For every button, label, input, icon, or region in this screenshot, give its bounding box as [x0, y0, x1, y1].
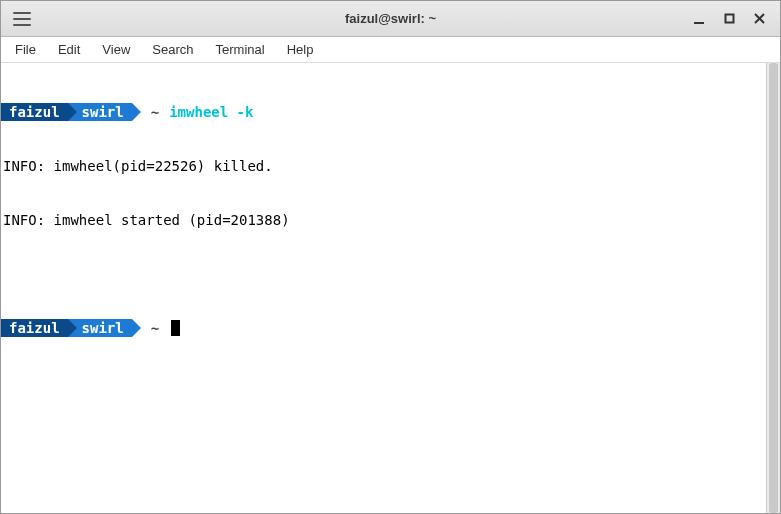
prompt-path: ~: [141, 319, 169, 337]
chevron-right-icon: [132, 103, 141, 121]
terminal-output-line: INFO: imwheel(pid=22526) killed.: [1, 157, 766, 175]
minimize-button[interactable]: [692, 12, 706, 26]
terminal[interactable]: faizul swirl ~ imwheel -k INFO: imwheel(…: [1, 63, 766, 513]
menubar: File Edit View Search Terminal Help: [1, 37, 780, 63]
prompt-user-segment: faizul: [1, 103, 68, 121]
scrollbar-thumb[interactable]: [769, 63, 778, 513]
menu-help[interactable]: Help: [277, 38, 324, 61]
prompt-line-2: faizul swirl ~: [1, 319, 766, 337]
window-title: faizul@swirl: ~: [1, 11, 780, 26]
menu-view[interactable]: View: [92, 38, 140, 61]
terminal-cursor: [171, 320, 180, 336]
menu-terminal[interactable]: Terminal: [206, 38, 275, 61]
prompt-user-segment: faizul: [1, 319, 68, 337]
chevron-right-icon: [68, 103, 77, 121]
prompt-line-1: faizul swirl ~ imwheel -k: [1, 103, 766, 121]
menu-file[interactable]: File: [5, 38, 46, 61]
chevron-right-icon: [68, 319, 77, 337]
menu-search[interactable]: Search: [142, 38, 203, 61]
close-button[interactable]: [752, 12, 766, 26]
terminal-container: faizul swirl ~ imwheel -k INFO: imwheel(…: [1, 63, 780, 513]
maximize-button[interactable]: [722, 12, 736, 26]
prompt-host-segment: swirl: [68, 319, 132, 337]
scrollbar-vertical[interactable]: [766, 63, 780, 513]
blank-line: [1, 265, 766, 283]
chevron-right-icon: [132, 319, 141, 337]
prompt-path: ~: [141, 103, 169, 121]
command-text: imwheel -k: [169, 103, 253, 121]
terminal-output-line: INFO: imwheel started (pid=201388): [1, 211, 766, 229]
hamburger-icon[interactable]: [13, 12, 31, 26]
svg-rect-1: [725, 15, 733, 23]
prompt-host-segment: swirl: [68, 103, 132, 121]
menu-edit[interactable]: Edit: [48, 38, 90, 61]
window-titlebar: faizul@swirl: ~: [1, 1, 780, 37]
window-controls: [692, 12, 772, 26]
